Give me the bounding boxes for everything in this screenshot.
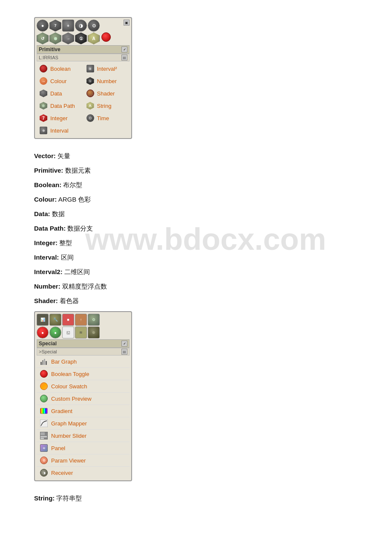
desc-primitive: Primitive: 数据元素	[34, 165, 358, 176]
desc-boolean: Boolean: 布尔型	[34, 180, 358, 190]
special-item-bargraph[interactable]: Bar Graph	[37, 356, 130, 368]
interval2-label: Interval²	[97, 66, 117, 72]
data-label: Data	[50, 90, 62, 97]
special-item-graphmapper[interactable]: Graph Mapper	[37, 417, 130, 430]
bargraph-label: Bar Graph	[51, 358, 77, 365]
primitive-item-colour[interactable]: → Colour	[37, 75, 83, 87]
special-item-gradient[interactable]: Gradient	[37, 405, 130, 417]
bargraph-icon	[39, 357, 49, 366]
desc-datapath: Data Path: 数据分支	[34, 223, 358, 234]
number-label: Number	[97, 78, 117, 84]
desc-colour: Colour: ARGB 色彩	[34, 194, 358, 205]
string-label: String	[97, 103, 112, 109]
toolbar-row-2: ↺ ⊗ → ① A	[37, 32, 130, 44]
desc-vector: Vector: 矢量	[34, 151, 358, 161]
special-item-colourswatch[interactable]: Colour Swatch	[37, 380, 130, 393]
corner-icon-1[interactable]: ▣	[124, 20, 130, 26]
desc-shader: Shader: 着色器	[34, 296, 358, 306]
special-subheader-corner[interactable]: ▤	[121, 349, 127, 355]
special-btn-5[interactable]: ⚙	[88, 314, 100, 326]
special-header-corner[interactable]: ✓	[121, 341, 127, 347]
special-item-panel[interactable]: ≋ Panel	[37, 442, 130, 454]
special-btn-4[interactable]: ↑	[75, 314, 87, 326]
shader-icon	[86, 89, 95, 98]
special-panel-subheader: >Special ▤	[37, 348, 130, 356]
toolbar-btn-8[interactable]: →	[62, 32, 74, 44]
special-btn-3[interactable]: ■	[62, 314, 74, 326]
special-panel-list: Bar Graph Boolean Toggle Colour Swatch	[37, 356, 130, 479]
time-label: Time	[97, 115, 109, 121]
special-item-receiver[interactable]: ◑ Receiver	[37, 467, 130, 479]
primitive-item-data[interactable]: Data	[37, 87, 83, 99]
special-item-numberslider[interactable]: Number Slider	[37, 430, 130, 442]
special-toolbar-row-2: ● ● ◱ ≋ ⊛	[37, 327, 130, 338]
receiver-icon: ◑	[39, 468, 49, 477]
desc-number: Number: 双精度型浮点数	[34, 281, 358, 292]
numberslider-icon	[39, 431, 49, 440]
toolbar-btn-6[interactable]: ↺	[37, 32, 49, 44]
gradient-label: Gradient	[51, 408, 72, 414]
graphmapper-label: Graph Mapper	[51, 420, 87, 427]
special-btn-7[interactable]: ●	[49, 327, 61, 338]
svg-rect-2	[44, 359, 45, 365]
datapath-label: Data Path	[50, 103, 75, 109]
svg-rect-1	[42, 360, 43, 365]
toolbar-btn-10[interactable]: A	[88, 32, 100, 44]
special-btn-9[interactable]: ≋	[75, 327, 87, 338]
toolbar-btn-9[interactable]: ①	[75, 32, 87, 44]
booleantoggle-label: Boolean Toggle	[51, 371, 89, 377]
primitive-item-integer[interactable]: 7 Integer	[37, 112, 83, 124]
red-stop-btn[interactable]	[101, 32, 111, 42]
primitive-panel: ● 7 + ◑ ⊙ ▣ ↺ ⊗ → ① A Primitive ✓	[34, 17, 132, 139]
special-btn-1[interactable]: 📊	[37, 314, 49, 326]
primitive-item-interval[interactable]: ⊕ Interval	[37, 124, 83, 136]
graphmapper-icon	[39, 419, 49, 428]
string-icon: A	[86, 101, 95, 110]
primitive-panel-subheader: L:IRRIAS ▤	[37, 54, 130, 61]
colour-icon: →	[39, 76, 48, 86]
time-icon: ⊙	[86, 113, 95, 123]
special-btn-10[interactable]: ⊛	[88, 327, 100, 338]
toolbar-btn-2[interactable]: 7	[49, 20, 61, 32]
toolbar-btn-7[interactable]: ⊗	[49, 32, 61, 44]
gradient-icon	[39, 406, 49, 416]
numberslider-label: Number Slider	[51, 433, 86, 439]
special-btn-2[interactable]: 🔧	[49, 314, 61, 326]
colourswatch-icon	[39, 382, 49, 391]
primitive-panel-wrapper: ● 7 + ◑ ⊙ ▣ ↺ ⊗ → ① A Primitive ✓	[34, 17, 358, 139]
data-icon	[39, 89, 48, 98]
primitive-title: Primitive	[39, 46, 61, 52]
primitive-item-number[interactable]: ① Number	[84, 75, 130, 87]
toolbar-row-1: ● 7 + ◑ ⊙ ▣	[37, 20, 130, 32]
receiver-label: Receiver	[51, 470, 73, 476]
special-btn-8[interactable]: ◱	[62, 327, 74, 338]
primitive-item-interval2[interactable]: ⊞ Interval²	[84, 63, 130, 75]
toolbar-btn-3[interactable]: +	[62, 20, 74, 32]
integer-label: Integer	[50, 115, 67, 121]
primitive-item-datapath[interactable]: ⊗ Data Path	[37, 100, 83, 112]
svg-rect-3	[46, 361, 47, 365]
paramviewer-label: Param Viewer	[51, 457, 86, 464]
primitive-item-boolean[interactable]: Boolean	[37, 63, 83, 75]
special-item-booleantoggle[interactable]: Boolean Toggle	[37, 368, 130, 380]
primitive-item-time[interactable]: ⊙ Time	[84, 112, 130, 124]
datapath-icon: ⊗	[39, 101, 48, 110]
header-corner[interactable]: ✓	[121, 46, 127, 52]
toolbar-btn-1[interactable]: ●	[37, 20, 49, 32]
primitive-item-shader[interactable]: Shader	[84, 87, 130, 99]
primitive-panel-header: Primitive ✓	[37, 45, 130, 54]
special-btn-6[interactable]: ●	[37, 327, 49, 338]
special-panel: 📊 🔧 ■ ↑ ⚙ ● ● ◱ ≋ ⊛ Special ✓ >Special	[34, 311, 132, 481]
desc-interval2: Interval2: 二维区间	[34, 267, 358, 277]
special-title: Special	[39, 341, 57, 347]
subheader-corner[interactable]: ▤	[121, 55, 127, 61]
special-item-paramviewer[interactable]: ⚙ Param Viewer	[37, 454, 130, 467]
special-item-custompreview[interactable]: Custom Preview	[37, 393, 130, 405]
primitive-item-string[interactable]: A String	[84, 100, 130, 112]
toolbar-btn-4[interactable]: ◑	[75, 20, 87, 32]
primitive-subheader-text: L:IRRIAS	[39, 55, 58, 60]
desc-string: String: 字符串型	[34, 493, 358, 503]
special-panel-header: Special ✓	[37, 339, 130, 348]
toolbar-btn-5[interactable]: ⊙	[88, 20, 100, 32]
number-icon: ①	[86, 76, 95, 86]
